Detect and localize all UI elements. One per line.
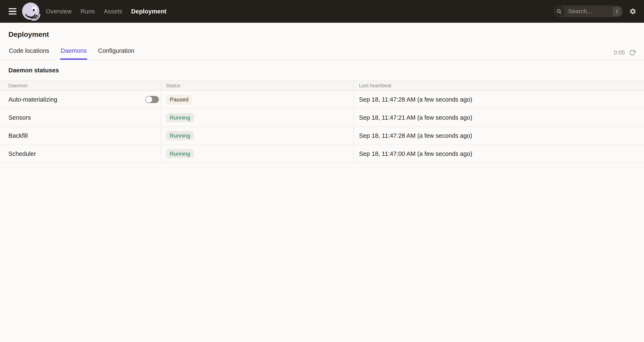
- daemon-name: Auto-materializing: [8, 96, 57, 103]
- table-body: Auto-materializing Paused Sep 18, 11:47:…: [0, 91, 644, 163]
- tab-configuration[interactable]: Configuration: [98, 45, 135, 60]
- gear-icon: [629, 8, 636, 15]
- heartbeat-text: Sep 18, 11:47:28 AM (a few seconds ago): [359, 132, 472, 139]
- status-cell: Running: [161, 145, 354, 163]
- refresh-area: 0:05: [614, 49, 636, 59]
- topbar-nav-runs[interactable]: Runs: [80, 8, 95, 15]
- hamburger-menu-icon[interactable]: [6, 5, 18, 17]
- refresh-button[interactable]: [629, 49, 636, 56]
- daemon-toggle[interactable]: [146, 96, 159, 103]
- status-badge: Running: [166, 149, 194, 158]
- heartbeat-cell: Sep 18, 11:47:21 AM (a few seconds ago): [354, 109, 644, 126]
- table-header: Daemon Status Last heartbeat: [0, 80, 644, 91]
- daemon-name: Sensors: [8, 114, 31, 121]
- search-icon: [553, 5, 565, 17]
- status-badge: Paused: [166, 95, 192, 104]
- tabs-row: Code locations Daemons Configuration 0:0…: [0, 45, 644, 60]
- daemon-cell: Auto-materializing: [0, 91, 161, 108]
- table-row: Backfill Running Sep 18, 11:47:28 AM (a …: [0, 127, 644, 145]
- heartbeat-cell: Sep 18, 11:47:28 AM (a few seconds ago): [354, 127, 644, 144]
- column-header-daemon: Daemon: [0, 81, 161, 90]
- refresh-icon: [629, 49, 636, 56]
- daemon-name: Backfill: [8, 132, 28, 139]
- column-header-status: Status: [161, 81, 354, 90]
- search-shortcut-badge: /: [613, 7, 621, 16]
- daemon-cell: Backfill: [0, 127, 161, 144]
- table-row: Scheduler Running Sep 18, 11:47:00 AM (a…: [0, 145, 644, 163]
- topbar: Overview Runs Assets Deployment /: [0, 0, 644, 23]
- status-cell: Running: [161, 127, 354, 144]
- daemon-cell: Scheduler: [0, 145, 161, 163]
- topbar-nav-overview[interactable]: Overview: [46, 8, 72, 15]
- topbar-nav-item: Overview: [46, 8, 72, 15]
- topbar-nav: Overview Runs Assets Deployment: [46, 8, 166, 15]
- heartbeat-text: Sep 18, 11:47:28 AM (a few seconds ago): [359, 96, 472, 103]
- status-cell: Running: [161, 109, 354, 126]
- heartbeat-cell: Sep 18, 11:47:00 AM (a few seconds ago): [354, 145, 644, 163]
- status-cell: Paused: [161, 91, 354, 108]
- topbar-nav-assets[interactable]: Assets: [104, 8, 122, 15]
- daemon-name: Scheduler: [8, 150, 36, 157]
- topbar-nav-item: Assets: [104, 8, 122, 15]
- status-badge: Running: [166, 113, 194, 122]
- toggle-knob: [146, 96, 152, 103]
- heartbeat-text: Sep 18, 11:47:21 AM (a few seconds ago): [359, 114, 472, 121]
- search-input[interactable]: [568, 8, 600, 15]
- tabs: Code locations Daemons Configuration: [8, 45, 135, 59]
- topbar-nav-item: Runs: [80, 8, 95, 15]
- column-header-last-heartbeat: Last heartbeat: [354, 81, 644, 90]
- search-box[interactable]: /: [553, 5, 623, 17]
- section-heading: Daemon statuses: [8, 67, 636, 74]
- settings-button[interactable]: [629, 8, 636, 15]
- table-row: Auto-materializing Paused Sep 18, 11:47:…: [0, 91, 644, 109]
- daemon-cell: Sensors: [0, 109, 161, 126]
- page-title: Deployment: [8, 30, 636, 38]
- topbar-nav-deployment[interactable]: Deployment: [131, 8, 166, 15]
- refresh-countdown: 0:05: [614, 49, 625, 56]
- status-badge: Running: [166, 131, 194, 140]
- dagster-logo-icon[interactable]: [22, 2, 40, 21]
- topbar-nav-item: Deployment: [131, 8, 166, 15]
- heartbeat-text: Sep 18, 11:47:00 AM (a few seconds ago): [359, 150, 472, 157]
- heartbeat-cell: Sep 18, 11:47:28 AM (a few seconds ago): [354, 91, 644, 108]
- daemon-table: Daemon Status Last heartbeat Auto-materi…: [0, 80, 644, 163]
- tab-daemons[interactable]: Daemons: [60, 45, 87, 60]
- table-row: Sensors Running Sep 18, 11:47:21 AM (a f…: [0, 109, 644, 127]
- tab-code-locations[interactable]: Code locations: [8, 45, 50, 60]
